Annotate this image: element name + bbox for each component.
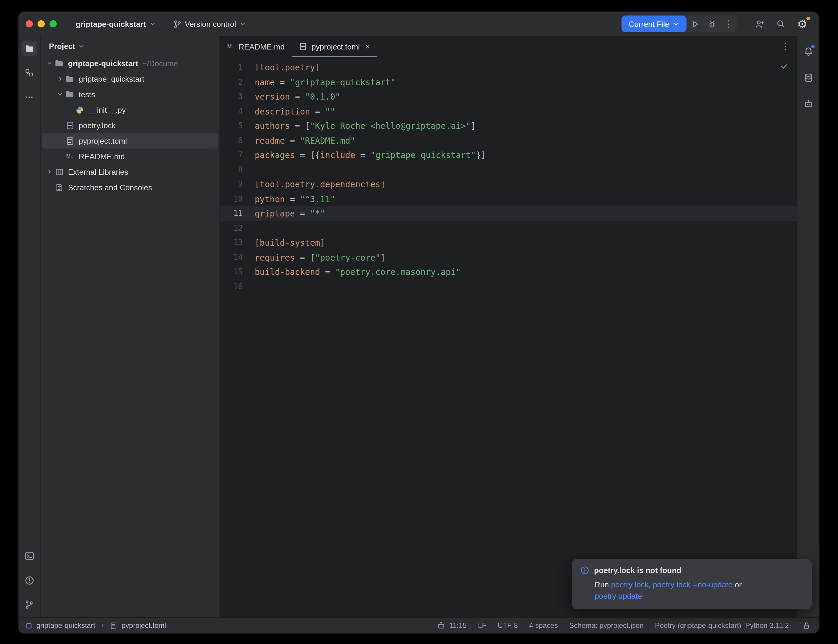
tab-pyproject-toml[interactable]: pyproject.toml × [292, 36, 377, 57]
line-number[interactable]: 9 [220, 177, 255, 192]
code-line[interactable]: 6readme = "README.md" [220, 133, 797, 148]
line-number[interactable]: 4 [220, 104, 255, 119]
project-panel-header[interactable]: Project [41, 36, 220, 56]
search-everywhere-button[interactable] [772, 15, 789, 32]
code-editor[interactable]: 1[tool.poetry]2name = "griptape-quicksta… [220, 57, 797, 617]
breadcrumb-file[interactable]: pyproject.toml [122, 621, 166, 630]
poetry-lock-link[interactable]: poetry lock [611, 580, 649, 589]
poetry-lock-no-update-link[interactable]: poetry lock --no-update [653, 580, 733, 589]
readonly-toggle[interactable] [802, 621, 810, 630]
code-line[interactable]: 14requires = ["poetry-core"] [220, 250, 797, 265]
tree-item-pyproject-toml[interactable]: pyproject.toml [42, 133, 218, 148]
debug-button[interactable] [703, 15, 720, 32]
tree-item-path: ~/Docume [143, 59, 178, 68]
schema-widget[interactable]: Schema: pyproject.json [569, 621, 644, 630]
line-number[interactable]: 7 [220, 148, 255, 163]
settings-notification-dot [807, 17, 810, 20]
breadcrumb-project[interactable]: griptape-quickstart [36, 621, 95, 630]
add-user-icon [754, 19, 764, 29]
chevron-right-icon [99, 623, 105, 629]
line-number[interactable]: 15 [220, 265, 255, 279]
run-configuration-selector[interactable]: Current File [621, 15, 687, 32]
code-line[interactable]: 1[tool.poetry] [220, 60, 797, 75]
problems-toolwindow-button[interactable] [21, 572, 37, 588]
line-number[interactable]: 1 [220, 60, 255, 75]
code-line[interactable]: 11griptape = "*" [220, 206, 797, 221]
project-toolwindow-button[interactable] [21, 41, 37, 56]
notification-text: Run [595, 580, 611, 589]
line-number[interactable]: 10 [220, 192, 255, 206]
code-line[interactable]: 8 [220, 163, 797, 177]
line-number[interactable]: 12 [220, 221, 255, 235]
vcs-selector[interactable]: Version control [173, 20, 246, 28]
database-toolwindow-button[interactable] [800, 70, 816, 85]
code-line[interactable]: 16 [220, 279, 797, 294]
version-control-toolwindow-button[interactable] [21, 597, 37, 613]
tree-item-init-py[interactable]: __init__.py [41, 102, 220, 117]
chevron-down-icon[interactable] [45, 60, 54, 66]
code-line[interactable]: 10python = "^3.11" [220, 192, 797, 206]
code-line[interactable]: 7packages = [{include = "griptape_quicks… [220, 148, 797, 163]
line-number[interactable]: 13 [220, 235, 255, 250]
close-tab-icon[interactable]: × [365, 42, 370, 51]
ai-assistant-status[interactable]: 11:15 [437, 621, 467, 630]
more-toolwindows-button[interactable] [21, 89, 37, 105]
tab-options-button[interactable]: ⋮ [774, 36, 797, 57]
structure-toolwindow-button[interactable] [21, 65, 37, 80]
titlebar: griptape-quickstart Version control [18, 12, 819, 36]
code-line[interactable]: 3version = "0.1.0" [220, 89, 797, 104]
line-number[interactable]: 5 [220, 119, 255, 133]
poetry-update-link[interactable]: poetry update [595, 591, 642, 600]
chevron-down-icon[interactable] [56, 91, 64, 97]
line-number[interactable]: 6 [220, 133, 255, 148]
zoom-button[interactable] [49, 20, 57, 28]
tree-item-scratches[interactable]: Scratches and Consoles [41, 179, 220, 195]
inspection-ok-icon[interactable] [780, 62, 789, 71]
code-line[interactable]: 13[build-system] [220, 235, 797, 250]
line-number[interactable]: 16 [220, 279, 255, 294]
tree-item-griptape-quickstart-pkg[interactable]: griptape_quickstart [41, 71, 220, 87]
line-separator-widget[interactable]: LF [478, 621, 486, 630]
code-line[interactable]: 5authors = ["Kyle Roche <hello@griptape.… [220, 119, 797, 133]
editor-area: M↓ README.md pyproject.toml × ⋮ 1[tool.p… [220, 36, 797, 617]
interpreter-widget[interactable]: Poetry (griptape-quickstart) [Python 3.1… [655, 621, 791, 630]
run-button[interactable] [687, 15, 703, 32]
notification-balloon: poetry.lock is not found Run poetry lock… [572, 559, 812, 610]
code-line[interactable]: 4description = "" [220, 104, 797, 119]
ai-assistant-toolwindow-button[interactable] [800, 96, 816, 112]
line-number[interactable]: 2 [220, 75, 255, 89]
tree-item-root[interactable]: griptape-quickstart ~/Docume [41, 56, 220, 71]
terminal-toolwindow-button[interactable] [21, 548, 37, 564]
tree-item-external-libraries[interactable]: External Libraries [41, 164, 220, 179]
project-widget-icon[interactable] [26, 622, 32, 629]
minimize-button[interactable] [38, 20, 45, 28]
line-number[interactable]: 3 [220, 89, 255, 104]
code-text: readme = "README.md" [255, 133, 355, 148]
tree-item-label: poetry.lock [79, 121, 116, 130]
vcs-selector-label: Version control [185, 20, 236, 28]
code-line[interactable]: 2name = "griptape-quickstart" [220, 75, 797, 89]
tab-readme-md[interactable]: M↓ README.md [220, 36, 292, 57]
tree-item-readme-md[interactable]: M↓ README.md [41, 148, 220, 164]
line-number[interactable]: 8 [220, 163, 255, 177]
line-number[interactable]: 14 [220, 250, 255, 265]
tree-item-tests[interactable]: tests [41, 87, 220, 102]
settings-button[interactable]: ⚙ [794, 15, 810, 32]
right-tool-strip [797, 36, 819, 617]
chevron-right-icon[interactable] [45, 169, 54, 175]
chevron-right-icon[interactable] [56, 76, 64, 82]
run-more-button[interactable]: ⋮ [720, 15, 737, 32]
code-text: authors = ["Kyle Roche <hello@griptape.a… [255, 119, 476, 133]
line-number[interactable]: 11 [220, 206, 255, 221]
tree-item-poetry-lock[interactable]: poetry.lock [41, 117, 220, 133]
encoding-widget[interactable]: UTF-8 [498, 621, 518, 630]
notifications-button[interactable] [800, 44, 816, 59]
project-selector[interactable]: griptape-quickstart [76, 20, 156, 28]
close-button[interactable] [26, 20, 33, 28]
code-with-me-button[interactable] [751, 15, 767, 32]
branch-icon [173, 20, 182, 28]
code-line[interactable]: 12 [220, 221, 797, 235]
code-line[interactable]: 9[tool.poetry.dependencies] [220, 177, 797, 192]
code-line[interactable]: 15build-backend = "poetry.core.masonry.a… [220, 265, 797, 279]
indent-widget[interactable]: 4 spaces [529, 621, 558, 630]
